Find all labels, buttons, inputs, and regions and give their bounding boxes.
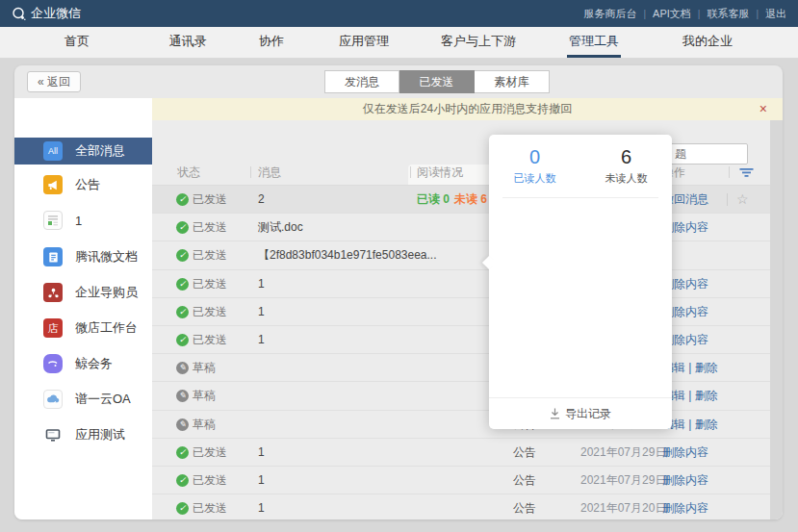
sidebar-item-label: 谱一云OA <box>75 391 131 408</box>
table-row[interactable]: ✓ 已发送 2 已读 0未读 6 撤回消息 ☆ <box>152 185 770 213</box>
sidebar-item-label: 企业导购员 <box>75 284 138 301</box>
sidebar-item-label: 应用测试 <box>75 426 125 443</box>
read-status[interactable]: 已读 0未读 6 <box>417 186 487 214</box>
status-draft-icon: ✎ <box>176 362 189 374</box>
sidebar-item-puyi-cloud-oa[interactable]: 谱一云OA <box>14 385 152 414</box>
sidebar-item-microshop[interactable]: 店 微店工作台 <box>14 314 152 342</box>
sidebar-item-label: 公告 <box>75 176 100 193</box>
notes-icon <box>43 211 63 230</box>
topbar-links: 服务商后台| API文档| 联系客服| 退出 <box>583 7 786 21</box>
app-sidebar: All 全部消息 公告 1 腾讯微文档 企业导购员 <box>14 98 152 519</box>
logo-text: 企业微信 <box>31 5 81 22</box>
sidebar-item-app-test[interactable]: 应用测试 <box>14 420 152 449</box>
table-row[interactable]: ✎ 草稿 公告 2021年07月29日 编辑 | 删除 <box>152 410 770 438</box>
nav-collab[interactable]: 协作 <box>257 27 286 58</box>
sidebar-item-label: 微店工作台 <box>75 319 138 337</box>
nav-home[interactable]: 首页 <box>63 27 91 58</box>
star-icon[interactable]: ☆ <box>736 186 749 214</box>
read-count-stat: 0 已读人数 <box>489 146 580 186</box>
cloud-icon <box>43 390 63 409</box>
table-row[interactable]: ✓ 已发送 1 删除内容 <box>152 269 770 297</box>
link-contact-support[interactable]: 联系客服 <box>707 7 749 21</box>
sidebar-item-tencent-docs[interactable]: 腾讯微文档 <box>14 242 152 271</box>
status-draft-icon: ✎ <box>176 390 189 402</box>
notice-bar: 仅在发送后24小时内的应用消息支持撤回 × <box>152 98 783 120</box>
nav-customers[interactable]: 客户与上下游 <box>439 27 518 58</box>
tab-sent[interactable]: 已发送 <box>399 70 475 93</box>
nav-apps[interactable]: 应用管理 <box>337 27 391 58</box>
table-row[interactable]: ✓ 已发送 测试.doc 删除内容 <box>152 213 770 241</box>
table-row[interactable]: ✓ 已发送 【2f8d83bf034b1e971fe5083eea... <box>152 241 770 268</box>
export-records-button[interactable]: 导出记录 <box>489 397 672 429</box>
delete-content-link[interactable]: 删除内容 <box>662 467 708 494</box>
content-card: « 返回 发消息 已发送 素材库 All 全部消息 公告 1 腾讯微文档 <box>14 65 783 519</box>
all-messages-icon: All <box>43 141 63 161</box>
download-icon <box>550 408 560 419</box>
table-row[interactable]: ✎ 草稿 编辑 | 删除 <box>152 381 770 409</box>
table-header-row: 状态 消息 阅读情况 操作 <box>152 162 770 183</box>
whale-bubble-icon <box>43 354 63 373</box>
tab-send-message[interactable]: 发消息 <box>324 70 399 93</box>
sidebar-item-label: 腾讯微文档 <box>75 248 138 266</box>
nav-contacts[interactable]: 通讯录 <box>167 27 209 58</box>
table-row[interactable]: ✓ 已发送 1 公告 2021年07月29日 删除内容 <box>152 466 770 494</box>
shop-icon: 店 <box>43 318 63 338</box>
status-draft-icon: ✎ <box>176 418 189 431</box>
col-header-read: 阅读情况 <box>417 162 463 183</box>
back-button[interactable]: « 返回 <box>27 71 81 92</box>
unread-count-stat: 6 未读人数 <box>580 146 672 186</box>
close-icon[interactable]: × <box>759 102 767 115</box>
status-sent-icon: ✓ <box>176 334 189 346</box>
sidebar-item-announcement[interactable]: 公告 <box>14 170 152 199</box>
nav-my-company[interactable]: 我的企业 <box>681 27 734 58</box>
col-header-status: 状态 <box>177 162 200 183</box>
document-icon <box>43 247 63 266</box>
notice-text: 仅在发送后24小时内的应用消息支持撤回 <box>363 101 572 117</box>
status-sent-icon: ✓ <box>176 193 189 206</box>
main-nav: 首页 通讯录 协作 应用管理 客户与上下游 管理工具 我的企业 <box>0 27 798 59</box>
status-sent-icon: ✓ <box>176 221 189 234</box>
link-logout[interactable]: 退出 <box>765 7 786 21</box>
col-header-message: 消息 <box>258 162 281 183</box>
nav-admin-tools[interactable]: 管理工具 <box>567 27 621 58</box>
table-row[interactable]: ✓ 已发送 1 删除内容 <box>152 325 770 353</box>
status-sent-icon: ✓ <box>176 502 189 515</box>
status-sent-icon: ✓ <box>176 278 189 291</box>
sidebar-item-label: 1 <box>75 214 82 228</box>
read-status-popup: 0 已读人数 6 未读人数 导出记录 <box>489 135 672 429</box>
link-provider-console[interactable]: 服务商后台 <box>583 7 636 21</box>
wework-bubble-icon <box>12 7 26 21</box>
table-row[interactable]: ✓ 已发送 1 删除内容 <box>152 297 770 325</box>
table-row[interactable]: ✓ 已发送 1 公告 2021年07月29日 删除内容 <box>152 438 770 466</box>
megaphone-icon <box>43 175 63 194</box>
status-sent-icon: ✓ <box>176 306 189 318</box>
sidebar-item-shopping-guide[interactable]: 企业导购员 <box>14 278 152 307</box>
message-tabs: 发消息 已发送 素材库 <box>324 70 550 93</box>
filter-funnel-icon[interactable] <box>739 167 754 181</box>
sidebar-item-1[interactable]: 1 <box>14 206 152 235</box>
sidebar-item-all-messages[interactable]: All 全部消息 <box>14 138 152 165</box>
topbar: 企业微信 服务商后台| API文档| 联系客服| 退出 <box>0 0 798 27</box>
tab-material-library[interactable]: 素材库 <box>475 70 550 93</box>
status-sent-icon: ✓ <box>176 474 189 487</box>
status-sent-icon: ✓ <box>176 446 189 459</box>
link-api-docs[interactable]: API文档 <box>653 7 691 21</box>
scrollbar-track[interactable] <box>770 120 783 519</box>
app-logo: 企业微信 <box>12 5 81 22</box>
table-row[interactable]: ✓ 已发送 1 公告 2021年07月20日 删除内容 <box>152 494 770 519</box>
table-row[interactable]: ✎ 草稿 编辑 | 删除 <box>152 353 770 381</box>
sidebar-item-whale-meeting[interactable]: 鲸会务 <box>14 349 152 378</box>
delete-content-link[interactable]: 删除内容 <box>662 494 708 519</box>
sidebar-item-label: 全部消息 <box>75 142 125 160</box>
delete-content-link[interactable]: 删除内容 <box>662 439 708 467</box>
guide-network-icon <box>43 283 63 302</box>
sidebar-item-label: 鲸会务 <box>75 355 113 372</box>
monitor-icon <box>43 425 63 444</box>
status-sent-icon: ✓ <box>176 249 189 262</box>
